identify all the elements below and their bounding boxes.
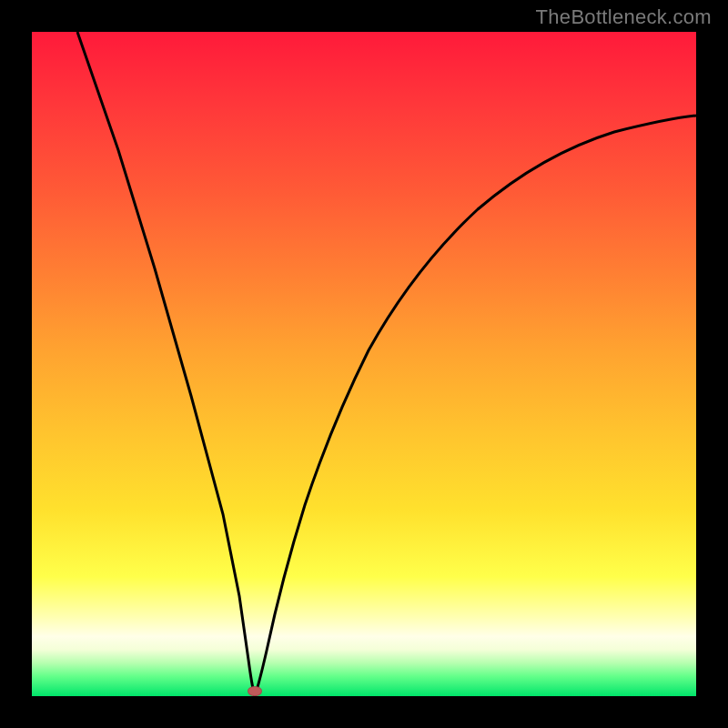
bottleneck-curve xyxy=(32,32,696,696)
curve-left-branch xyxy=(77,32,255,696)
minimum-marker xyxy=(248,686,262,696)
plot-area xyxy=(32,32,696,696)
curve-right-branch xyxy=(255,116,696,696)
watermark-text: TheBottleneck.com xyxy=(536,5,712,29)
chart-frame: TheBottleneck.com xyxy=(0,0,728,728)
